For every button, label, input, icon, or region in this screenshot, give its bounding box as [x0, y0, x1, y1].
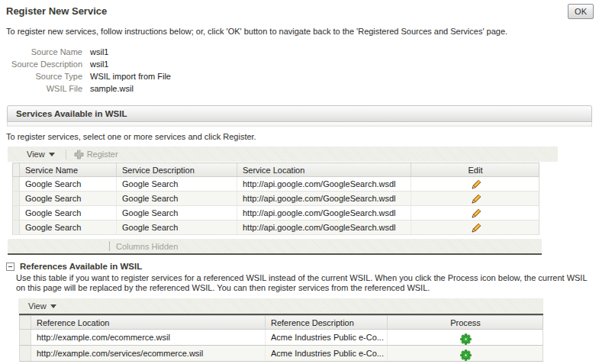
service-description-cell: Google Search — [117, 206, 237, 220]
form-row-source-name: Source Name wsil1 — [6, 47, 599, 59]
edit-cell[interactable] — [411, 192, 539, 205]
ok-button[interactable]: OK — [568, 4, 594, 19]
wsil-file-label: WSIL File — [6, 83, 82, 95]
col-header-reference-location: Reference Location — [31, 316, 266, 329]
reference-location-cell: http://example.com/ecommerce.wsil — [31, 330, 266, 345]
row-selector-gutter[interactable] — [13, 177, 20, 191]
collapse-icon[interactable] — [6, 263, 14, 271]
source-form: Source Name wsil1 Source Description wsi… — [6, 47, 599, 95]
service-description-cell: Google Search — [117, 221, 237, 234]
col-header-process: Process — [388, 316, 543, 329]
table-row[interactable]: http://example.com/services/ecommerce.ws… — [19, 346, 543, 362]
service-location-cell: http://api.google.com/GoogleSearch.wsdl — [237, 192, 411, 205]
columns-hidden-label: Columns Hidden — [116, 242, 178, 251]
service-name-cell: Google Search — [20, 192, 117, 205]
service-location-cell: http://api.google.com/GoogleSearch.wsdl — [237, 206, 411, 220]
table-row[interactable]: Google Search Google Search http://api.g… — [12, 221, 539, 235]
edit-pencil-icon[interactable] — [470, 209, 481, 220]
reference-location-cell: http://example.com/services/ecommerce.ws… — [31, 346, 266, 361]
edit-cell[interactable] — [411, 206, 539, 220]
add-icon — [74, 150, 84, 159]
services-section-header: Services Available in WSIL — [7, 105, 592, 122]
col-header-reference-description: Reference Description — [266, 316, 388, 329]
chevron-down-icon — [50, 304, 56, 308]
process-cell[interactable] — [388, 330, 543, 345]
row-selector-gutter — [13, 163, 20, 176]
source-description-label: Source Description — [6, 59, 82, 71]
services-table-header: Service Name Service Description Service… — [12, 163, 539, 177]
process-cell[interactable] — [388, 346, 543, 361]
references-section-header: References Available in WSIL — [6, 262, 599, 271]
columns-hidden-bar: Columns Hidden — [8, 239, 542, 255]
view-menu-label: View — [27, 150, 45, 159]
minus-glyph — [8, 266, 12, 267]
source-type-value: WSIL import from File — [90, 71, 171, 83]
col-header-edit: Edit — [411, 163, 539, 176]
register-button[interactable]: Register — [74, 150, 118, 159]
source-description-value: wsil1 — [90, 59, 108, 71]
chevron-down-icon — [49, 153, 55, 156]
edit-pencil-icon[interactable] — [470, 195, 481, 205]
page-header: Register New Service OK — [0, 0, 599, 17]
reference-description-cell: Acme Industries Public e-Co... — [266, 346, 388, 361]
view-menu-label: View — [28, 301, 47, 311]
process-gear-icon[interactable] — [460, 350, 472, 361]
table-row[interactable]: Google Search Google Search http://api.g… — [12, 177, 539, 192]
row-selector-gutter[interactable] — [20, 346, 31, 361]
table-row[interactable]: Google Search Google Search http://api.g… — [12, 206, 539, 221]
row-selector-gutter[interactable] — [13, 192, 20, 205]
row-selector-gutter[interactable] — [20, 330, 31, 345]
source-name-value: wsil1 — [90, 47, 108, 59]
edit-cell[interactable] — [411, 177, 539, 191]
service-location-cell: http://api.google.com/GoogleSearch.wsdl — [237, 177, 411, 191]
references-section-title: References Available in WSIL — [20, 262, 142, 271]
page-instruction: To register new services, follow instruc… — [6, 27, 593, 36]
references-toolbar: View — [18, 298, 543, 314]
service-location-cell: http://api.google.com/GoogleSearch.wsdl — [237, 221, 411, 234]
col-header-service-description: Service Description — [117, 163, 237, 176]
references-view-menu-button[interactable]: View — [28, 301, 56, 311]
page-title: Register New Service — [6, 5, 107, 17]
service-name-cell: Google Search — [20, 177, 117, 191]
form-row-source-description: Source Description wsil1 — [6, 59, 599, 71]
register-button-label: Register — [87, 150, 118, 159]
service-name-cell: Google Search — [20, 221, 117, 234]
row-selector-gutter[interactable] — [13, 221, 20, 234]
col-header-service-name: Service Name — [20, 163, 117, 176]
toolbar-separator — [66, 150, 66, 159]
form-row-wsil-file: WSIL File sample.wsil — [6, 83, 599, 95]
columns-hidden-separator — [109, 241, 110, 251]
row-selector-gutter — [20, 316, 31, 329]
row-selector-gutter[interactable] — [13, 206, 20, 220]
services-section-header-strip — [7, 122, 592, 127]
service-description-cell: Google Search — [117, 177, 237, 191]
service-description-cell: Google Search — [117, 192, 237, 205]
edit-pencil-icon[interactable] — [470, 180, 481, 191]
references-table-header: Reference Location Reference Description… — [19, 315, 543, 330]
wsil-file-value: sample.wsil — [90, 83, 134, 95]
references-description: Use this table if you want to register s… — [16, 273, 590, 293]
reference-description-cell: Acme Industries Public e-Co... — [266, 330, 388, 345]
services-table: Service Name Service Description Service… — [12, 163, 539, 235]
service-name-cell: Google Search — [20, 206, 117, 220]
references-table: Reference Location Reference Description… — [19, 314, 543, 362]
edit-pencil-icon[interactable] — [470, 224, 481, 234]
process-gear-icon[interactable] — [460, 333, 472, 345]
services-toolbar: View Register — [8, 147, 558, 162]
source-name-label: Source Name — [6, 47, 82, 59]
services-view-menu-button[interactable]: View — [27, 150, 55, 159]
table-row[interactable]: http://example.com/ecommerce.wsil Acme I… — [19, 330, 543, 346]
services-instruction: To register services, select one or more… — [6, 132, 593, 141]
form-row-source-type: Source Type WSIL import from File — [6, 71, 599, 83]
edit-cell[interactable] — [411, 221, 539, 234]
col-header-service-location: Service Location — [237, 163, 411, 176]
table-row[interactable]: Google Search Google Search http://api.g… — [12, 192, 539, 206]
source-type-label: Source Type — [6, 71, 82, 83]
